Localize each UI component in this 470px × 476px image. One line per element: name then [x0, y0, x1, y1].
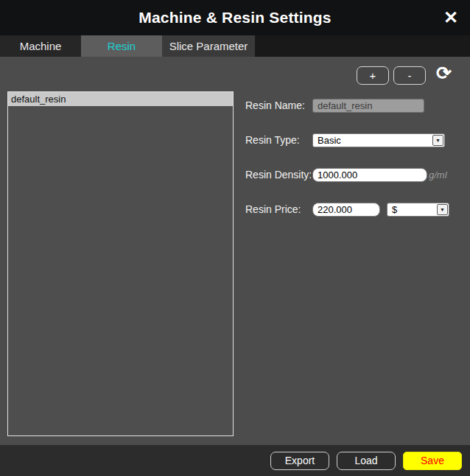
currency-dropdown[interactable]: $ ▼ [387, 203, 449, 217]
tab-slice-parameter[interactable]: Slice Parameter [162, 35, 255, 57]
save-button[interactable]: Save [403, 452, 462, 470]
title-bar: Machine & Resin Settings ✕ [0, 0, 470, 35]
add-resin-button[interactable]: + [357, 66, 389, 85]
refresh-icon[interactable]: ⟳ [436, 63, 452, 83]
resin-type-value: Basic [313, 134, 432, 147]
resin-price-field[interactable] [312, 203, 380, 217]
resin-name-field[interactable] [312, 99, 424, 113]
tab-resin[interactable]: Resin [81, 35, 162, 57]
resin-name-row: Resin Name: [245, 98, 463, 113]
resin-density-unit: g/ml [429, 169, 447, 181]
tab-bar: Machine Resin Slice Parameter [0, 35, 470, 57]
chevron-down-icon[interactable]: ▼ [432, 135, 443, 146]
tab-machine[interactable]: Machine [0, 35, 81, 57]
close-icon[interactable]: ✕ [443, 0, 458, 35]
resin-type-dropdown[interactable]: Basic ▼ [312, 133, 445, 147]
currency-value: $ [387, 203, 436, 216]
resin-density-label: Resin Density: [245, 169, 312, 181]
remove-resin-button[interactable]: - [393, 66, 426, 85]
resin-list: default_resin [7, 91, 234, 436]
chevron-down-icon[interactable]: ▼ [437, 204, 448, 215]
resin-name-label: Resin Name: [245, 99, 312, 111]
resin-type-label: Resin Type: [245, 134, 312, 146]
dialog-title: Machine & Resin Settings [138, 9, 332, 27]
resin-list-item[interactable]: default_resin [8, 92, 233, 106]
machine-resin-settings-dialog: Machine & Resin Settings ✕ Machine Resin… [0, 0, 470, 476]
footer-bar: Export Load Save [0, 445, 470, 476]
resin-price-label: Resin Price: [245, 203, 312, 215]
export-button[interactable]: Export [270, 452, 329, 470]
resin-price-row: Resin Price: $ ▼ [245, 202, 463, 217]
resin-settings-panel: default_resin + - ⟳ Resin Name: Resin Ty… [0, 57, 470, 445]
load-button[interactable]: Load [337, 452, 396, 470]
resin-density-row: Resin Density: g/ml [245, 167, 463, 182]
resin-type-row: Resin Type: Basic ▼ [245, 133, 463, 147]
resin-density-field[interactable] [312, 168, 427, 182]
